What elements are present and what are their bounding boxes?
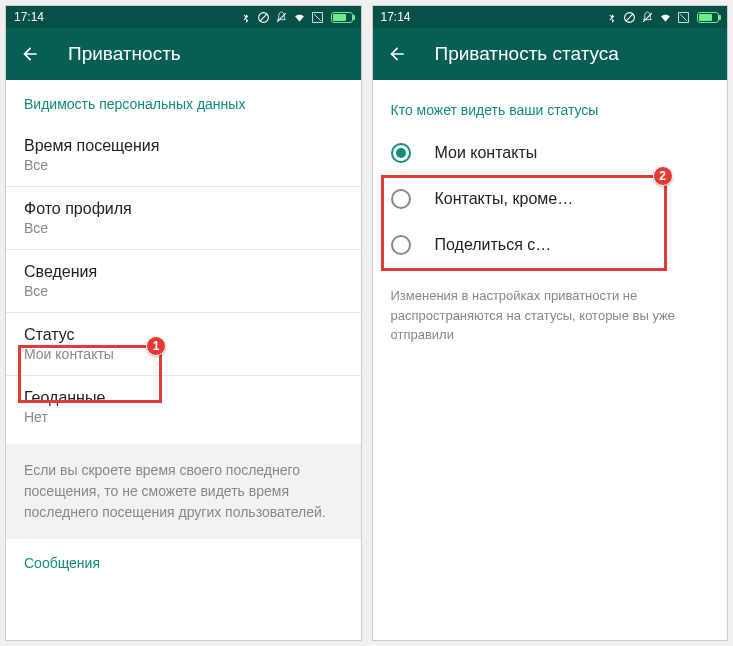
- section-header: Видимость персональных данных: [6, 80, 361, 124]
- radio-share-with[interactable]: Поделиться с…: [373, 222, 728, 268]
- status-bar: 17:14: [6, 6, 361, 28]
- status-bar: 17:14: [373, 6, 728, 28]
- wifi-icon: [293, 11, 306, 24]
- phone-right: 17:14 Приватность статуса Кто может виде…: [372, 5, 729, 641]
- phone-left: 17:14 Приватность Видимость персональных…: [5, 5, 362, 641]
- setting-about[interactable]: Сведения Все: [6, 250, 361, 312]
- back-button[interactable]: [20, 44, 40, 64]
- status-time: 17:14: [381, 10, 411, 24]
- content-area: Кто может видеть ваши статусы Мои контак…: [373, 80, 728, 363]
- no-location-icon: [257, 11, 270, 24]
- status-icons: [605, 11, 719, 24]
- setting-value: Мои контакты: [24, 346, 343, 362]
- setting-last-seen[interactable]: Время посещения Все: [6, 124, 361, 186]
- signal-icon: [677, 11, 690, 24]
- annotation-badge-1: 1: [146, 336, 166, 356]
- battery-icon: [697, 12, 719, 23]
- svg-line-4: [314, 14, 321, 21]
- setting-title: Сведения: [24, 263, 343, 281]
- back-button[interactable]: [387, 44, 407, 64]
- content-area: Видимость персональных данных Время посе…: [6, 80, 361, 583]
- svg-line-6: [626, 13, 634, 21]
- setting-profile-photo[interactable]: Фото профиля Все: [6, 187, 361, 249]
- setting-value: Все: [24, 283, 343, 299]
- note-text: Изменения в настройках приватности не ра…: [373, 268, 728, 363]
- radio-label: Мои контакты: [435, 144, 538, 162]
- wifi-icon: [659, 11, 672, 24]
- bluetooth-icon: [605, 11, 618, 24]
- bluetooth-icon: [239, 11, 252, 24]
- status-icons: [239, 11, 353, 24]
- setting-title: Фото профиля: [24, 200, 343, 218]
- section-header: Кто может видеть ваши статусы: [373, 80, 728, 130]
- setting-value: Все: [24, 157, 343, 173]
- info-text: Если вы скроете время своего последнего …: [6, 444, 361, 539]
- signal-icon: [311, 11, 324, 24]
- svg-line-9: [680, 14, 687, 21]
- page-title: Приватность: [68, 43, 181, 65]
- annotation-badge-2: 2: [653, 166, 673, 186]
- setting-status[interactable]: Статус Мои контакты: [6, 313, 361, 375]
- setting-title: Время посещения: [24, 137, 343, 155]
- silent-icon: [275, 11, 288, 24]
- radio-icon: [391, 189, 411, 209]
- setting-value: Нет: [24, 409, 343, 425]
- radio-label: Поделиться с…: [435, 236, 552, 254]
- svg-line-1: [259, 13, 267, 21]
- no-location-icon: [623, 11, 636, 24]
- radio-my-contacts[interactable]: Мои контакты: [373, 130, 728, 176]
- radio-label: Контакты, кроме…: [435, 190, 574, 208]
- setting-live-location[interactable]: Геоданные Нет: [6, 376, 361, 438]
- radio-contacts-except[interactable]: Контакты, кроме…: [373, 176, 728, 222]
- setting-value: Все: [24, 220, 343, 236]
- radio-icon: [391, 235, 411, 255]
- section-header-messages: Сообщения: [6, 539, 361, 583]
- app-header: Приватность: [6, 28, 361, 80]
- battery-icon: [331, 12, 353, 23]
- silent-icon: [641, 11, 654, 24]
- app-header: Приватность статуса: [373, 28, 728, 80]
- status-time: 17:14: [14, 10, 44, 24]
- radio-icon: [391, 143, 411, 163]
- setting-title: Статус: [24, 326, 343, 344]
- page-title: Приватность статуса: [435, 43, 619, 65]
- setting-title: Геоданные: [24, 389, 343, 407]
